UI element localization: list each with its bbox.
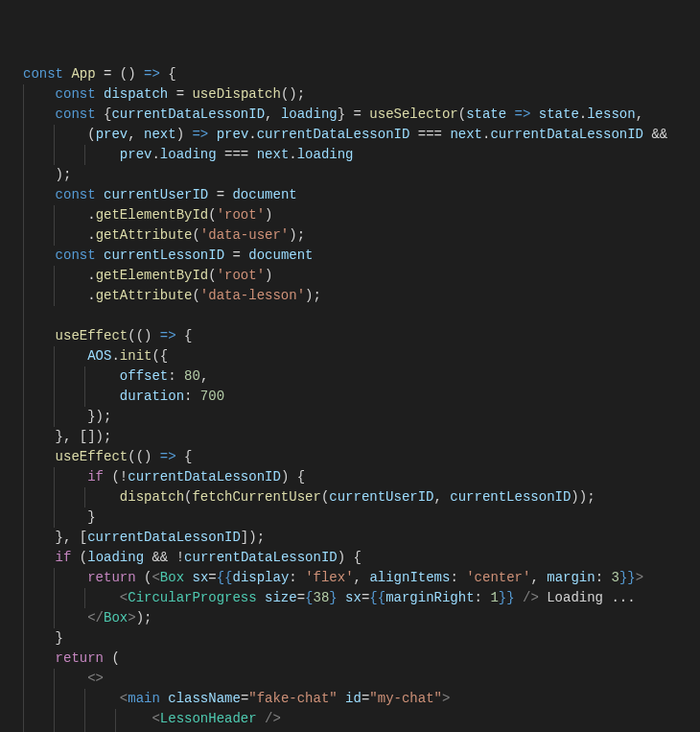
code-editor[interactable]: const App = () => { const dispatch = use… xyxy=(19,64,700,732)
